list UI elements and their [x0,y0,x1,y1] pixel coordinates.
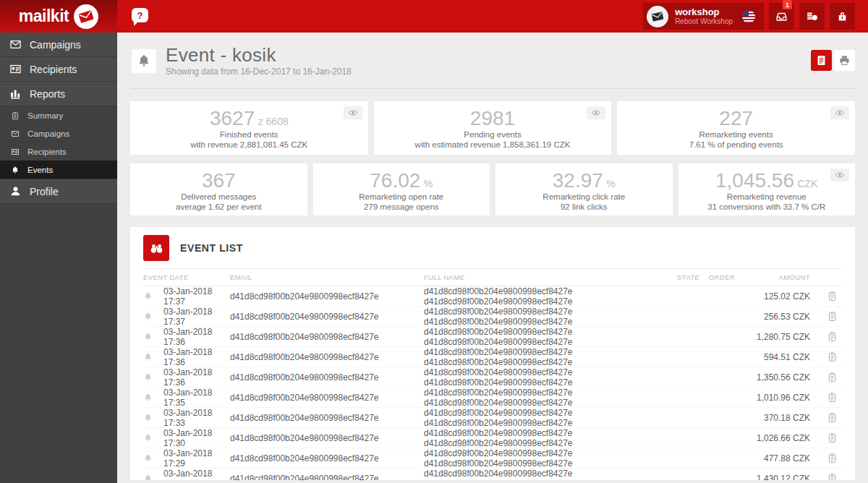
amount-cell: 1,010.96 CZK [741,393,810,403]
stat-sublabel: 92 link clicks [500,202,668,212]
stat-value: 32.97 [553,169,603,192]
event-list-panel: EVENT LIST EVENT DATE EMAIL FULL NAME ST… [130,227,855,480]
stat-value: 1,045.56 [715,169,794,192]
sidebar-item-reports-events[interactable]: Events [0,161,117,179]
amount-cell: 1,350.56 CZK [741,372,810,382]
clipboard-detail-icon [827,311,838,322]
printer-icon [838,54,851,67]
bell-icon [143,453,163,463]
table-row: 03-Jan-2018 17:36 d41d8cd98f00b204e98009… [143,327,842,347]
event-detail-button[interactable] [810,351,842,362]
col-full-name[interactable]: FULL NAME [424,273,677,281]
bell-icon [143,372,163,382]
table-header: EVENT DATE EMAIL FULL NAME STATE ORDER A… [143,268,842,286]
account-avatar [647,6,668,27]
eye-icon[interactable] [344,106,362,119]
full-name-cell: d41d8cd98f00b204e9800998ecf8427e d41d8cd… [424,286,677,307]
table-row: 03-Jan-2018 17:30 d41d8cd98f00b204e98009… [143,428,842,448]
full-name-cell: d41d8cd98f00b204e9800998ecf8427e d41d8cd… [424,327,677,347]
amount-cell: 370.18 CZK [741,413,810,423]
mailkit-envelope-icon [74,4,98,29]
sidebar-item-profile[interactable]: Profile [0,179,117,204]
credits-button[interactable] [799,3,825,30]
sidebar-item-reports[interactable]: Reports [0,82,117,106]
stat-label: Remarketing click rate [500,192,668,202]
col-amount[interactable]: AMOUNT [741,273,810,281]
eye-icon[interactable] [830,106,849,119]
event-detail-button[interactable] [810,392,842,403]
account-subtitle: Reboot Workshop [675,17,733,26]
col-event-date[interactable]: EVENT DATE [143,273,230,281]
table-row: 03-Jan-2018 17:29 d41d8cd98f00b204e98009… [143,448,842,469]
table-row: 03-Jan-2018 17:29 d41d8cd98f00b204e98009… [143,469,842,480]
col-order[interactable]: ORDER [709,273,741,281]
event-date-cell: 03-Jan-2018 17:30 [163,428,230,448]
inbox-button[interactable]: 1 [769,3,794,30]
language-flag-icon[interactable] [742,10,755,23]
table-row: 03-Jan-2018 17:36 d41d8cd98f00b204e98009… [143,367,842,388]
event-detail-button[interactable] [810,372,842,382]
bell-icon [143,433,163,443]
event-detail-button[interactable] [810,412,842,423]
sidebar-item-reports-recipients[interactable]: Recipients [0,142,117,161]
event-detail-button[interactable] [810,453,842,463]
account-name: workshop [675,7,733,17]
bell-icon [143,332,163,341]
event-detail-button[interactable] [810,311,842,322]
event-detail-button[interactable] [810,432,842,443]
event-detail-button[interactable] [810,291,842,302]
eye-icon[interactable] [830,168,849,181]
event-detail-button[interactable] [810,473,842,480]
stat-card: 1,045.56 CZK Remarketing revenue 31 conv… [678,163,856,215]
stat-label: Remarketing events [621,129,851,140]
event-detail-button[interactable] [810,331,842,342]
clipboard-detail-icon [827,351,838,362]
stat-card: 2981 Pending events with estimated reven… [374,101,612,155]
clipboard-detail-icon [827,392,838,403]
table-row: 03-Jan-2018 17:37 d41d8cd98f00b204e98009… [143,307,842,327]
sidebar-item-summary[interactable]: Summary [0,106,117,124]
mailkit-logo[interactable]: mailkit [0,0,117,33]
stat-value: 367 [202,169,236,192]
stat-label: Pending events [378,129,608,140]
amount-cell: 256.53 CZK [741,312,810,322]
stat-value: 2981 [470,107,515,129]
help-button[interactable]: ? [132,8,148,22]
full-name-cell: d41d8cd98f00b204e9800998ecf8427e d41d8cd… [424,469,677,481]
mailkit-logo-text: mailkit [19,7,69,26]
sidebar-item-reports-campaigns[interactable]: Campaigns [0,124,117,142]
stat-label: Finished events [135,129,364,140]
envelope-icon [9,38,22,51]
bell-icon [143,291,163,301]
stat-label: Delivered messages [135,192,303,202]
stat-sublabel: with estimated revenue 1,858,361.19 CZK [378,140,608,150]
col-state[interactable]: STATE [677,273,709,281]
lock-button[interactable] [830,3,855,30]
notification-badge: 1 [783,0,792,9]
eye-icon[interactable] [587,106,605,119]
topbar: mailkit ? workshop Reboot Workshop 1 [0,0,868,33]
event-list-title: EVENT LIST [180,242,243,254]
amount-cell: 594.51 CZK [741,352,810,362]
event-date-cell: 03-Jan-2018 17:36 [163,367,230,388]
account-switcher[interactable]: workshop Reboot Workshop [643,3,764,30]
sidebar-item-campaigns[interactable]: Campaigns [0,33,117,57]
event-date-cell: 03-Jan-2018 17:36 [163,347,230,367]
clipboard-detail-icon [827,412,838,423]
email-cell: d41d8cd98f00b204e9800998ecf8427e [230,474,424,481]
sidebar-item-recipients[interactable]: Recipients [0,57,117,82]
stat-card: 32.97 % Remarketing click rate 92 link c… [495,163,673,215]
person-icon [9,185,22,197]
page-subtitle: Showing data from 16-Dec-2017 to 16-Jan-… [166,67,352,77]
topbar-actions: workshop Reboot Workshop 1 [643,3,855,30]
event-table: EVENT DATE EMAIL FULL NAME STATE ORDER A… [130,268,855,480]
col-email[interactable]: EMAIL [230,273,424,281]
export-xls-button[interactable] [811,50,832,71]
email-cell: d41d8cd98f00b204e9800998ecf8427e [230,393,424,403]
page-title: Event - kosik [166,45,352,65]
full-name-cell: d41d8cd98f00b204e9800998ecf8427e d41d8cd… [424,448,677,469]
event-date-cell: 03-Jan-2018 17:35 [163,388,230,408]
print-button[interactable] [834,50,855,71]
amount-cell: 1,280.75 CZK [741,332,810,342]
table-row: 03-Jan-2018 17:36 d41d8cd98f00b204e98009… [143,347,842,367]
